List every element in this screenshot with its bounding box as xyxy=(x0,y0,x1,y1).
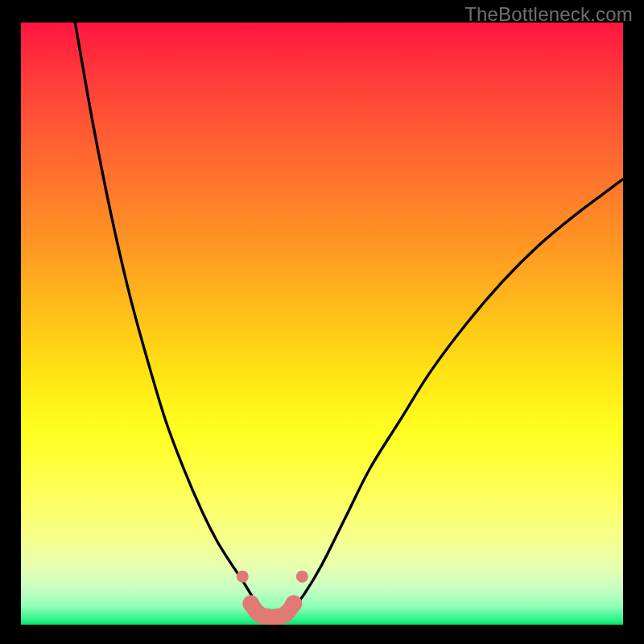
plot-area xyxy=(21,23,623,625)
right-curve xyxy=(292,179,623,609)
chart-frame: TheBottleneck.com xyxy=(0,0,644,644)
curve-layer xyxy=(21,23,623,625)
marker-dot xyxy=(296,571,308,583)
marker-dot xyxy=(237,571,249,583)
valley-marker-band xyxy=(237,571,308,625)
left-curve xyxy=(75,23,258,608)
marker-dot xyxy=(285,595,302,612)
